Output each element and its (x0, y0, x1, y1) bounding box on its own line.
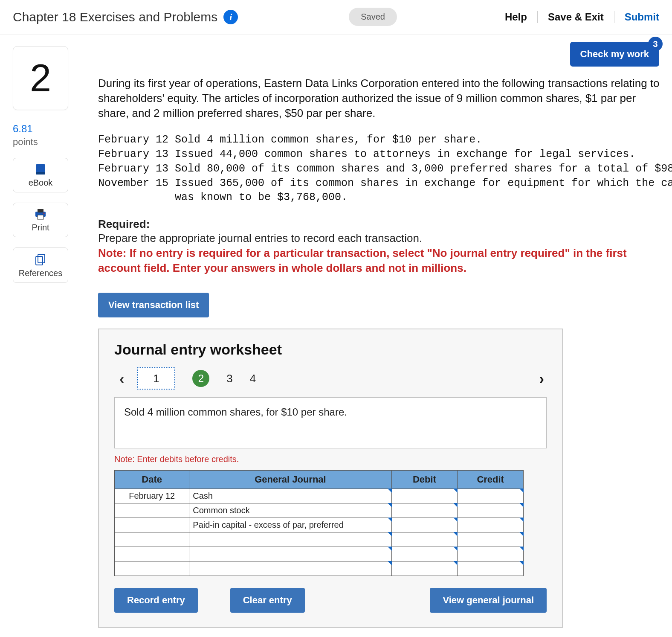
debit-cell[interactable] (391, 532, 458, 547)
debit-cell[interactable] (391, 561, 458, 576)
debit-cell[interactable] (391, 518, 458, 532)
ebook-label: eBook (29, 178, 53, 187)
col-date: Date (115, 471, 189, 489)
transactions-list: February 12 Sold 4 million common shares… (98, 133, 672, 205)
top-bar: Chapter 18 Exercises and Problems i Save… (0, 0, 672, 35)
svg-rect-1 (36, 172, 45, 175)
account-cell[interactable]: Cash (189, 489, 391, 503)
worksheet-title: Journal entry worksheet (114, 341, 547, 358)
sidebar: 2 6.81 points eBook Print References (13, 46, 81, 628)
help-link[interactable]: Help (505, 11, 527, 23)
journal-worksheet: Journal entry worksheet ‹ 1 2 3 4 › Sold… (98, 329, 563, 628)
check-my-work-button[interactable]: Check my work (570, 42, 659, 67)
hint-text: Note: Enter debits before credits. (114, 454, 547, 464)
chevron-right-icon[interactable]: › (539, 370, 547, 387)
copy-icon (34, 253, 47, 266)
svg-point-5 (43, 213, 45, 214)
table-row: February 12 Cash (115, 489, 524, 503)
check-badge: 3 (648, 37, 663, 51)
references-button[interactable]: References (13, 247, 68, 283)
svg-rect-6 (38, 254, 45, 263)
account-cell[interactable]: Paid-in capital - excess of par, preferr… (189, 518, 391, 532)
tab-1[interactable]: 1 (137, 367, 175, 390)
points-label: points (13, 137, 81, 148)
account-cell[interactable] (189, 547, 391, 561)
credit-cell[interactable] (458, 489, 524, 503)
divider (614, 11, 614, 23)
print-label: Print (32, 223, 49, 232)
main-content: During its first year of operations, Eas… (81, 46, 672, 628)
book-icon (34, 163, 47, 175)
date-cell[interactable] (115, 503, 189, 518)
printer-icon (34, 208, 47, 220)
debit-cell[interactable] (391, 489, 458, 503)
question-number: 2 (13, 46, 68, 110)
table-row: Common stock (115, 503, 524, 518)
tab-4[interactable]: 4 (250, 372, 256, 385)
date-cell[interactable] (115, 518, 189, 532)
problem-intro: During its first year of operations, Eas… (98, 76, 661, 121)
required-text: Prepare the appropriate journal entries … (98, 232, 672, 245)
tab-2-active[interactable]: 2 (192, 370, 209, 387)
table-row (115, 532, 524, 547)
save-exit-link[interactable]: Save & Exit (548, 11, 604, 23)
table-row: Paid-in capital - excess of par, preferr… (115, 518, 524, 532)
tab-3[interactable]: 3 (226, 372, 232, 385)
page-title: Chapter 18 Exercises and Problems (13, 10, 217, 24)
date-cell[interactable] (115, 547, 189, 561)
chevron-left-icon[interactable]: ‹ (114, 370, 129, 387)
info-icon[interactable]: i (223, 10, 238, 24)
view-general-journal-button[interactable]: View general journal (430, 588, 547, 613)
date-cell[interactable]: February 12 (115, 489, 189, 503)
print-button[interactable]: Print (13, 203, 68, 237)
divider (537, 11, 538, 23)
credit-cell[interactable] (458, 532, 524, 547)
ebook-button[interactable]: eBook (13, 158, 68, 192)
debit-cell[interactable] (391, 547, 458, 561)
credit-cell[interactable] (458, 518, 524, 532)
table-row (115, 561, 524, 576)
journal-entry-table: Date General Journal Debit Credit Februa… (114, 470, 524, 576)
svg-rect-4 (38, 215, 43, 219)
account-cell[interactable] (189, 532, 391, 547)
account-cell[interactable] (189, 561, 391, 576)
svg-rect-3 (38, 209, 43, 212)
references-label: References (19, 268, 62, 278)
clear-entry-button[interactable]: Clear entry (230, 588, 305, 613)
credit-cell[interactable] (458, 503, 524, 518)
table-row (115, 547, 524, 561)
credit-cell[interactable] (458, 547, 524, 561)
date-cell[interactable] (115, 561, 189, 576)
svg-rect-7 (36, 256, 43, 265)
note-red: Note: If no entry is required for a part… (98, 246, 661, 276)
worksheet-tabs: ‹ 1 2 3 4 › (114, 367, 547, 390)
col-general-journal: General Journal (189, 471, 391, 489)
account-cell[interactable]: Common stock (189, 503, 391, 518)
debit-cell[interactable] (391, 503, 458, 518)
submit-link[interactable]: Submit (625, 11, 659, 23)
record-entry-button[interactable]: Record entry (114, 588, 198, 613)
col-debit: Debit (391, 471, 458, 489)
transaction-description: Sold 4 million common shares, for $10 pe… (114, 397, 547, 448)
required-heading: Required: (98, 218, 672, 231)
points-value: 6.81 (13, 123, 81, 135)
col-credit: Credit (458, 471, 524, 489)
date-cell[interactable] (115, 532, 189, 547)
credit-cell[interactable] (458, 561, 524, 576)
saved-pill: Saved (349, 8, 397, 26)
view-transaction-list-button[interactable]: View transaction list (98, 293, 209, 317)
